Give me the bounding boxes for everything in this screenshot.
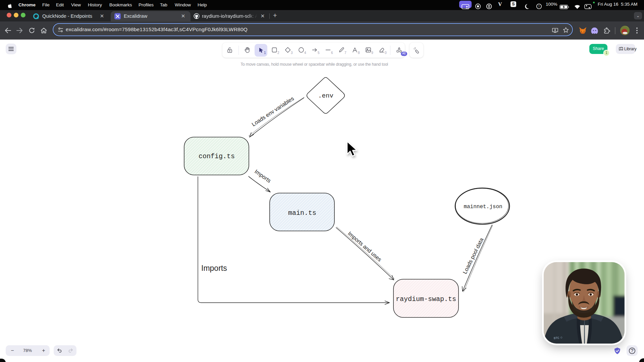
svg-text:raydium-swap.ts: raydium-swap.ts <box>396 295 456 303</box>
svg-text:mainnet.json: mainnet.json <box>464 204 502 210</box>
svg-text:.env: .env <box>318 92 333 100</box>
svg-text:config.ts: config.ts <box>199 153 235 160</box>
svg-text:ʙᴛᴄ ○: ʙᴛᴄ ○ <box>553 335 562 340</box>
svg-text:!: ! <box>539 5 540 8</box>
svg-text:main.ts: main.ts <box>288 209 316 217</box>
